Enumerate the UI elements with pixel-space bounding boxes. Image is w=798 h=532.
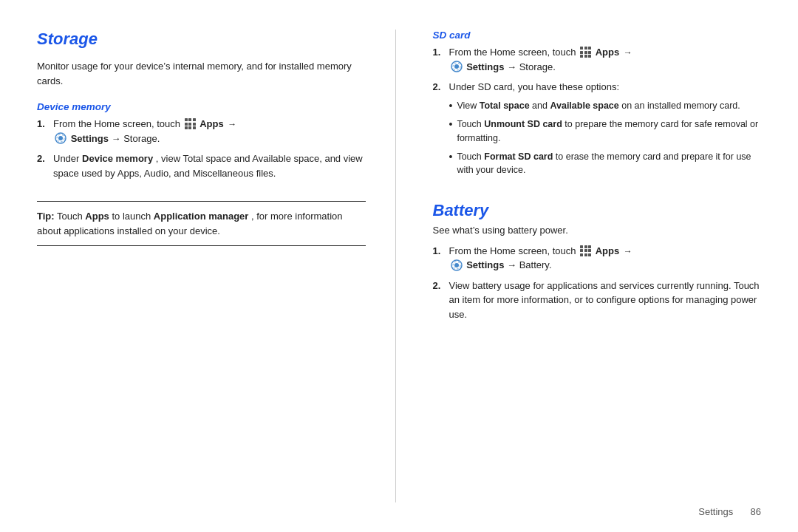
sd-b2-text: Touch Unmount SD card to prepare the mem… [457, 117, 761, 146]
device-memory-title: Device memory [37, 101, 366, 112]
bat-step1-settings: Settings [466, 259, 504, 270]
left-column: Storage Monitor usage for your device’s … [37, 30, 396, 502]
step2-bold: Device memory [82, 153, 153, 164]
sd-apps-icon [580, 47, 591, 58]
apps-icon [185, 118, 196, 129]
storage-intro: Monitor usage for your device’s internal… [37, 59, 366, 88]
sd-bullet-3: Touch Format SD card to erase the memory… [449, 150, 762, 178]
bat-step1-text-a: From the Home screen, touch [449, 245, 576, 256]
tip-apps: Apps [85, 211, 109, 222]
step2-text: Under [53, 153, 79, 164]
footer-label: Settings [698, 506, 733, 517]
sd-bullet-2: Touch Unmount SD card to prepare the mem… [449, 117, 762, 146]
footer-page: 86 [751, 506, 761, 517]
storage-title: Storage [37, 30, 366, 49]
battery-intro: See what’s using battery power. [433, 223, 762, 238]
sd-step-2: 2. Under SD card, you have these options… [433, 80, 762, 182]
right-column: SD card 1. From the Home screen, touch A… [426, 30, 762, 502]
bat-apps-icon [580, 245, 591, 256]
step1-arrow-storage: → Storage [112, 133, 157, 144]
sd-steps: 1. From the Home screen, touch Apps → [433, 45, 762, 182]
bat-step1-arrow: → Battery [507, 259, 549, 270]
sd-b1-bold1: Total space [480, 100, 530, 111]
footer: Settings 86 [698, 506, 761, 517]
apps-label: Apps [200, 118, 224, 129]
sd-b3-bold: Format SD card [484, 151, 553, 162]
sd-b1-text: View Total space and Available space on … [457, 99, 740, 113]
sd-step1-settings: Settings [466, 61, 504, 72]
sd-settings-icon [451, 61, 463, 72]
tip-box: Tip: Touch Apps to launch Application ma… [37, 201, 366, 246]
bat-step2-text: View battery usage for applications and … [449, 279, 762, 322]
sd-step2-intro: Under SD card, you have these options: [449, 81, 620, 92]
battery-steps: 1. From the Home screen, touch Apps → [433, 244, 762, 322]
sd-bullet-list: View Total space and Available space on … [449, 99, 762, 178]
bat-settings-icon [451, 259, 463, 271]
sd-card-title: SD card [433, 30, 762, 41]
sd-b2-bold: Unmount SD card [484, 119, 562, 129]
svg-point-1 [58, 136, 63, 140]
svg-point-7 [454, 263, 459, 267]
tip-appmanager: Application manager [154, 211, 249, 222]
sd-b3-text: Touch Format SD card to erase the memory… [457, 150, 761, 178]
svg-point-4 [454, 64, 459, 69]
tip-text: Touch [57, 211, 83, 222]
bat-apps-label: Apps [596, 245, 620, 256]
sd-bullet-1: View Total space and Available space on … [449, 99, 762, 114]
sd-apps-label: Apps [596, 47, 620, 58]
bat-step-2: 2. View battery usage for applications a… [433, 279, 762, 322]
bat-step-1: 1. From the Home screen, touch Apps → [433, 244, 762, 273]
battery-section: Battery See what’s using battery power. … [433, 201, 762, 327]
step1-settings: Settings [71, 133, 109, 144]
sd-step1-text-a: From the Home screen, touch [449, 47, 576, 58]
step1-text-a: From the Home screen, touch [53, 118, 180, 129]
tip-mid: to launch [112, 211, 153, 222]
step-2: 2. Under Device memory , view Total spac… [37, 151, 366, 180]
tip-label: Tip: [37, 211, 55, 222]
sd-card-section: SD card 1. From the Home screen, touch A… [433, 30, 762, 188]
device-memory-section: Device memory 1. From the Home screen, t… [37, 101, 366, 186]
settings-icon [55, 132, 66, 144]
battery-title: Battery [433, 201, 762, 220]
device-memory-steps: 1. From the Home screen, touch Apps → [37, 117, 366, 180]
sd-step-1: 1. From the Home screen, touch Apps → [433, 45, 762, 74]
step-1: 1. From the Home screen, touch Apps → [37, 117, 366, 146]
sd-step1-arrow: → Storage [507, 61, 553, 72]
sd-b1-bold2: Available space [550, 100, 618, 111]
